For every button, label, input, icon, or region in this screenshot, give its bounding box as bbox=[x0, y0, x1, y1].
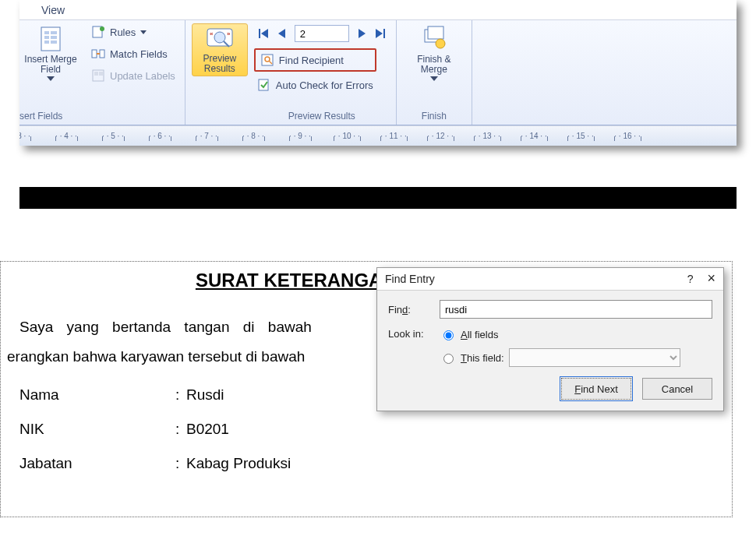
update-labels-icon bbox=[91, 69, 105, 83]
radio-this-field[interactable]: This field: bbox=[440, 351, 504, 364]
finish-merge-label: Finish & Merge bbox=[417, 55, 450, 75]
rules-icon bbox=[91, 25, 105, 39]
svg-rect-1 bbox=[44, 31, 49, 34]
close-button[interactable]: × bbox=[707, 273, 715, 285]
field-label: Jabatan bbox=[19, 451, 175, 476]
shadow-bar bbox=[19, 187, 737, 209]
group-preview-nav: Find Recipient Auto Check for Errors Pre… bbox=[248, 20, 397, 125]
svg-marker-34 bbox=[430, 76, 438, 81]
lookin-label: Look in: bbox=[388, 328, 432, 340]
svg-point-17 bbox=[214, 32, 225, 43]
match-fields-icon bbox=[91, 47, 105, 61]
ruler-tick: · · 6 · · bbox=[136, 132, 183, 140]
match-fields-label: Match Fields bbox=[110, 48, 168, 60]
svg-rect-11 bbox=[92, 50, 97, 58]
ruler-tick: · · 14 · · bbox=[510, 132, 557, 140]
svg-rect-30 bbox=[259, 79, 268, 90]
ruler-tick: · · 5 · · bbox=[90, 132, 136, 140]
field-select[interactable] bbox=[509, 348, 680, 367]
svg-rect-21 bbox=[259, 29, 260, 38]
update-labels-button: Update Labels bbox=[88, 67, 178, 84]
ruler-tick: · · 10 · · bbox=[323, 132, 370, 140]
svg-rect-15 bbox=[99, 72, 103, 76]
svg-point-9 bbox=[100, 26, 104, 31]
svg-text:»: » bbox=[227, 30, 231, 37]
match-fields-button[interactable]: Match Fields bbox=[88, 45, 178, 62]
svg-text:«: « bbox=[210, 30, 214, 37]
dialog-titlebar: Find Entry ? × bbox=[377, 268, 723, 291]
insert-merge-field-button[interactable]: Insert Merge Field bbox=[19, 23, 82, 83]
chevron-down-icon bbox=[430, 76, 438, 81]
group-finish-title: Finish bbox=[403, 109, 465, 125]
ruler-tick: · · 12 · · bbox=[417, 132, 464, 140]
insert-merge-field-icon bbox=[37, 25, 65, 53]
menu-bar: View bbox=[19, 0, 737, 20]
doc-line-2: erangkan bahwa karyawan tersebut di bawa… bbox=[7, 348, 305, 365]
dialog-title: Find Entry bbox=[385, 273, 435, 285]
svg-rect-26 bbox=[383, 29, 385, 38]
svg-rect-2 bbox=[44, 36, 49, 39]
find-recipient-label: Find Recipient bbox=[279, 55, 344, 66]
first-record-icon[interactable] bbox=[257, 27, 270, 40]
field-value: B0201 bbox=[186, 417, 724, 442]
svg-marker-22 bbox=[261, 29, 268, 38]
group-preview-title: Preview Results bbox=[254, 109, 390, 125]
ruler-tick: · · 4 · · bbox=[43, 132, 90, 140]
find-recipient-button[interactable]: Find Recipient bbox=[254, 48, 376, 72]
ruler-tick: · · 13 · · bbox=[464, 132, 510, 140]
ribbon: Insert Merge Field Rules bbox=[19, 20, 737, 125]
group-preview-btn: « » Preview Results . bbox=[185, 20, 248, 125]
field-colon: : bbox=[175, 451, 186, 476]
next-record-icon[interactable] bbox=[355, 27, 368, 40]
group-write-insert: Insert Merge Field Rules bbox=[19, 20, 185, 125]
ruler-tick: · · 8 · · bbox=[230, 132, 277, 140]
svg-marker-24 bbox=[359, 29, 366, 38]
svg-marker-10 bbox=[140, 30, 147, 34]
field-value: Kabag Produksi bbox=[186, 451, 724, 476]
record-number-input[interactable] bbox=[295, 25, 349, 42]
radio-this-field-label: This field: bbox=[461, 352, 504, 364]
preview-results-icon: « » bbox=[204, 26, 235, 52]
preview-results-label: Preview Results bbox=[203, 54, 237, 74]
ruler-tick: · · 11 · · bbox=[370, 132, 417, 140]
svg-rect-5 bbox=[51, 36, 57, 39]
svg-rect-32 bbox=[428, 26, 443, 39]
find-next-button[interactable]: Find Next bbox=[561, 378, 631, 400]
svg-marker-7 bbox=[47, 76, 55, 81]
rules-label: Rules bbox=[110, 26, 136, 38]
ruler-tick: · · 9 · · bbox=[277, 132, 323, 140]
last-record-icon[interactable] bbox=[374, 27, 387, 40]
horizontal-ruler: · · 3 · ·· · 4 · ·· · 5 · ·· · 6 · ·· · … bbox=[19, 125, 737, 146]
field-row: NIK:B0201 bbox=[19, 417, 724, 442]
field-row: Jabatan:Kabag Produksi bbox=[19, 451, 724, 476]
radio-this-field-input[interactable] bbox=[443, 354, 454, 364]
menu-view[interactable]: View bbox=[35, 1, 71, 19]
prev-record-icon[interactable] bbox=[276, 27, 288, 40]
radio-all-fields[interactable]: All fields bbox=[440, 328, 680, 340]
finish-merge-button[interactable]: Finish & Merge bbox=[403, 23, 465, 83]
preview-results-button[interactable]: « » Preview Results bbox=[192, 23, 248, 76]
chevron-down-icon bbox=[47, 76, 55, 81]
field-colon: : bbox=[175, 417, 186, 442]
auto-check-errors-button[interactable]: Auto Check for Errors bbox=[254, 76, 376, 93]
ruler-tick: · · 16 · · bbox=[604, 132, 651, 140]
field-label: Nama bbox=[19, 383, 175, 407]
find-input[interactable] bbox=[440, 300, 712, 319]
rules-button[interactable]: Rules bbox=[88, 23, 178, 41]
auto-check-label: Auto Check for Errors bbox=[276, 79, 373, 91]
svg-rect-12 bbox=[100, 50, 104, 58]
update-labels-label: Update Labels bbox=[110, 70, 175, 82]
svg-point-33 bbox=[436, 39, 445, 48]
ruler-tick: · · 7 · · bbox=[183, 132, 230, 140]
ruler-tick: · · 3 · · bbox=[19, 132, 43, 140]
radio-all-fields-input[interactable] bbox=[443, 330, 454, 340]
group-finish: Finish & Merge Finish bbox=[397, 20, 472, 125]
help-button[interactable]: ? bbox=[687, 273, 694, 285]
find-label: Find: bbox=[388, 304, 432, 316]
insert-merge-field-label: Insert Merge Field bbox=[24, 55, 76, 75]
finish-merge-icon bbox=[420, 25, 448, 53]
field-label: NIK bbox=[19, 417, 175, 442]
cancel-button[interactable]: Cancel bbox=[642, 378, 712, 400]
svg-rect-4 bbox=[51, 31, 57, 34]
field-colon: : bbox=[175, 383, 186, 407]
